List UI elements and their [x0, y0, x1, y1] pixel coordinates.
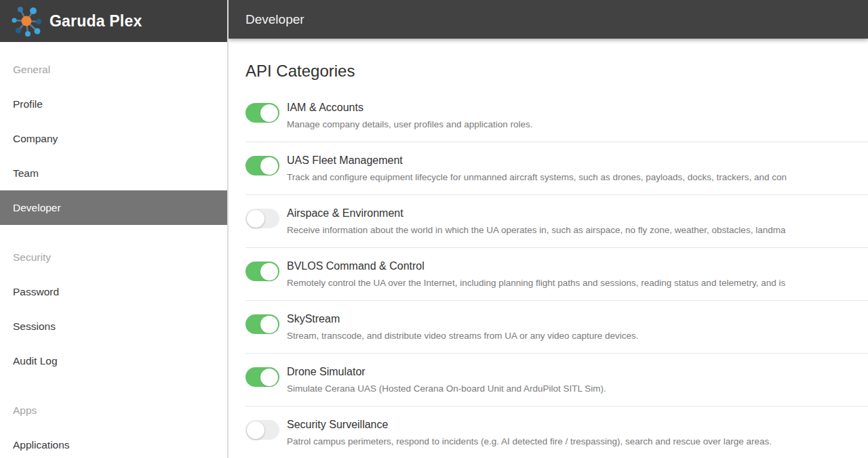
content-area: Developer API Categories IAM & AccountsM…	[229, 0, 868, 458]
category-text: UAS Fleet ManagementTrack and configure …	[287, 153, 868, 184]
category-name: BVLOS Command & Control	[287, 259, 868, 273]
category-text: IAM & AccountsManage company details, us…	[287, 100, 868, 131]
toggle-knob	[260, 104, 278, 122]
category-name: UAS Fleet Management	[287, 153, 868, 167]
sidebar-section-label-apps: Apps	[0, 393, 227, 428]
category-name: Drone Simulator	[287, 365, 868, 379]
sidebar-section-label-general: General	[0, 52, 227, 87]
category-text: SkyStreamStream, transcode, and distribu…	[287, 312, 868, 343]
category-name: SkyStream	[287, 312, 868, 326]
category-description: Simulate Cerana UAS (Hosted Cerana On-bo…	[287, 382, 868, 396]
category-row-uas-fleet-management: UAS Fleet ManagementTrack and configure …	[245, 142, 868, 195]
sidebar-section-general: GeneralProfileCompanyTeamDeveloper	[0, 52, 227, 225]
category-description: Track and configure equipment lifecycle …	[287, 171, 868, 184]
sidebar-item-team[interactable]: Team	[0, 156, 227, 190]
category-name: Security Surveillance	[287, 417, 868, 432]
main-content: API Categories IAM & AccountsManage comp…	[229, 39, 868, 458]
sidebar-item-sessions[interactable]: Sessions	[0, 309, 227, 344]
category-row-security-surveillance: Security SurveillancePatrol campus perim…	[245, 407, 868, 458]
toggle-bvlos-command-control-switch[interactable]	[245, 262, 279, 281]
sidebar-item-applications[interactable]: Applications	[0, 428, 227, 458]
toggle-knob	[260, 157, 278, 175]
brand-name: Garuda Plex	[50, 12, 142, 30]
category-row-drone-simulator: Drone SimulatorSimulate Cerana UAS (Host…	[245, 354, 868, 407]
toggle-knob	[247, 210, 264, 228]
sidebar-section-apps: AppsApplications	[0, 393, 227, 458]
category-description: Receive information about the world in w…	[287, 224, 868, 237]
category-row-iam-accounts: IAM & AccountsManage company details, us…	[245, 89, 868, 142]
sidebar-item-company[interactable]: Company	[0, 121, 227, 156]
toggle-skystream-switch[interactable]	[245, 314, 279, 334]
app-window: Garuda Plex GeneralProfileCompanyTeamDev…	[0, 0, 868, 458]
toggle-knob	[260, 316, 278, 333]
toggle-security-surveillance-switch[interactable]	[245, 420, 279, 440]
sidebar-item-audit-log[interactable]: Audit Log	[0, 344, 227, 378]
sidebar-item-developer[interactable]: Developer	[0, 190, 227, 225]
toggle-knob	[247, 421, 264, 439]
sidebar-nav: GeneralProfileCompanyTeamDeveloperSecuri…	[0, 42, 227, 458]
sidebar-section-label-security: Security	[0, 240, 227, 274]
category-name: Airspace & Environment	[287, 206, 868, 220]
category-name: IAM & Accounts	[287, 100, 868, 114]
section-heading: API Categories	[245, 62, 868, 81]
category-text: BVLOS Command & ControlRemotely control …	[287, 259, 868, 290]
category-text: Security SurveillancePatrol campus perim…	[287, 417, 868, 449]
category-row-skystream: SkyStreamStream, transcode, and distribu…	[245, 301, 868, 354]
sidebar-section-security: SecurityPasswordSessionsAudit Log	[0, 240, 227, 378]
toggle-airspace-environment-switch[interactable]	[245, 209, 279, 228]
toggle-drone-simulator-switch[interactable]	[245, 367, 279, 387]
brand-header: Garuda Plex	[0, 0, 227, 42]
category-text: Drone SimulatorSimulate Cerana UAS (Host…	[287, 365, 868, 396]
toggle-knob	[260, 263, 278, 280]
category-description: Stream, transcode, and distribute video …	[287, 329, 868, 343]
sidebar-item-password[interactable]: Password	[0, 274, 227, 309]
category-list: IAM & AccountsManage company details, us…	[245, 89, 868, 458]
category-row-bvlos-command-control: BVLOS Command & ControlRemotely control …	[245, 248, 868, 301]
toggle-knob	[260, 369, 278, 386]
category-description: Patrol campus perimeters, respond to inc…	[287, 435, 868, 449]
sidebar-item-profile[interactable]: Profile	[0, 87, 227, 121]
category-text: Airspace & EnvironmentReceive informatio…	[287, 206, 868, 237]
topbar: Developer	[229, 0, 868, 39]
category-description: Remotely control the UA over the Interne…	[287, 276, 868, 290]
category-row-airspace-environment: Airspace & EnvironmentReceive informatio…	[245, 195, 868, 248]
page-title: Developer	[245, 12, 304, 27]
toggle-iam-accounts-switch[interactable]	[245, 103, 279, 123]
category-description: Manage company details, user profiles an…	[287, 118, 868, 131]
network-hub-icon	[9, 5, 42, 37]
sidebar: Garuda Plex GeneralProfileCompanyTeamDev…	[0, 0, 229, 458]
toggle-uas-fleet-management-switch[interactable]	[245, 156, 279, 175]
